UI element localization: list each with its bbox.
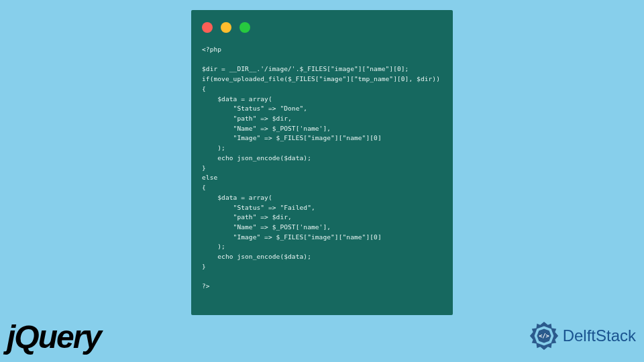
- code-line: }: [202, 263, 206, 270]
- delftstack-text: DelftStack: [563, 326, 636, 345]
- window-controls: [202, 22, 442, 33]
- code-line: "Image" => $_FILES["image"]["name"][0]: [202, 134, 382, 141]
- code-line: "Status" => "Failed",: [202, 204, 315, 211]
- code-line: {: [202, 184, 206, 191]
- code-content: <?php $dir = __DIR__.'/image/'.$_FILES["…: [202, 45, 442, 292]
- code-line: <?php: [202, 46, 221, 53]
- minimize-icon: [221, 22, 231, 33]
- code-line: "Status" => "Done",: [202, 105, 307, 112]
- close-icon: [202, 22, 213, 33]
- code-line: echo json_encode($data);: [202, 253, 311, 260]
- code-line: "path" => $dir,: [202, 213, 292, 221]
- code-line: $dir = __DIR__.'/image/'.$_FILES["image"…: [202, 65, 409, 72]
- code-line: );: [202, 243, 225, 250]
- jquery-logo: jQuery: [7, 318, 101, 355]
- code-line: $data = array(: [202, 95, 272, 103]
- delftstack-icon: </>: [528, 320, 560, 352]
- code-line: echo json_encode($data);: [202, 154, 311, 162]
- code-line: else: [202, 174, 217, 181]
- code-line: "Name" => $_POST['name'],: [202, 125, 331, 132]
- code-line: );: [202, 144, 225, 152]
- jquery-logo-text: jQuery: [7, 319, 101, 355]
- svg-text:</>: </>: [539, 333, 549, 339]
- code-line: }: [202, 164, 206, 172]
- maximize-icon: [239, 22, 250, 33]
- code-line: $data = array(: [202, 194, 272, 201]
- code-line: if(move_uploaded_file($_FILES["image"]["…: [202, 75, 440, 82]
- code-line: {: [202, 85, 206, 93]
- code-line: "path" => $dir,: [202, 115, 292, 122]
- code-line: "Image" => $_FILES["image"]["name"][0]: [202, 233, 382, 241]
- code-window: <?php $dir = __DIR__.'/image/'.$_FILES["…: [191, 10, 453, 315]
- delftstack-logo: </> DelftStack: [528, 320, 636, 352]
- code-line: ?>: [202, 282, 210, 290]
- code-line: "Name" => $_POST['name'],: [202, 223, 331, 231]
